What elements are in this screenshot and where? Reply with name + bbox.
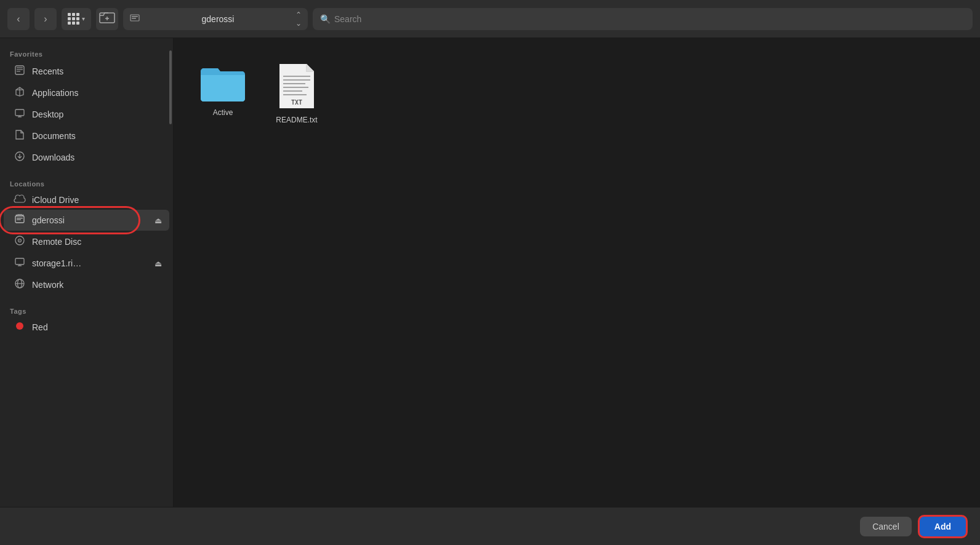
active-folder-label: Active: [213, 108, 233, 117]
svg-point-32: [16, 322, 23, 330]
sidebar-item-icloud[interactable]: iCloud Drive: [4, 191, 169, 209]
svg-rect-5: [132, 18, 136, 19]
forward-button[interactable]: ›: [34, 8, 57, 30]
sidebar-item-documents[interactable]: Documents: [4, 125, 169, 146]
search-icon: 🔍: [320, 14, 331, 24]
applications-label: Applications: [32, 88, 162, 98]
search-bar[interactable]: 🔍: [313, 8, 973, 30]
red-tag-icon: [14, 322, 26, 333]
main-area: Favorites Recents Applications: [0, 38, 980, 507]
cancel-button[interactable]: Cancel: [860, 517, 912, 536]
downloads-icon: [14, 151, 26, 164]
remote-disc-icon: [14, 235, 26, 249]
svg-rect-4: [132, 16, 138, 17]
sidebar: Favorites Recents Applications: [0, 38, 174, 507]
desktop-icon: [14, 108, 26, 121]
location-bar[interactable]: gderossi ⌃⌄: [123, 8, 308, 30]
locations-header: Locations: [0, 175, 173, 190]
folder-svg: [198, 62, 247, 103]
favorites-header: Favorites: [0, 46, 173, 60]
svg-point-25: [19, 240, 20, 241]
sidebar-item-applications[interactable]: Applications: [4, 82, 169, 103]
tags-header: Tags: [0, 303, 173, 317]
sidebar-item-gderossi[interactable]: gderossi ⏏: [4, 210, 169, 231]
remote-disc-label: Remote Disc: [32, 237, 162, 247]
add-button[interactable]: Add: [918, 515, 968, 538]
svg-rect-19: [17, 220, 21, 220]
sidebar-item-storage1[interactable]: storage1.ri… ⏏: [4, 253, 169, 274]
stepper-icon: ⌃⌄: [295, 10, 302, 28]
view-toggle-button[interactable]: ▾: [62, 8, 91, 30]
sidebar-item-downloads[interactable]: Downloads: [4, 147, 169, 168]
icloud-label: iCloud Drive: [32, 195, 162, 205]
icloud-icon: [14, 194, 26, 205]
gderossi-label: gderossi: [32, 215, 148, 225]
bottom-bar: Cancel Add: [0, 507, 980, 545]
storage1-icon: [14, 257, 26, 270]
search-input[interactable]: [334, 14, 965, 24]
recents-icon: [14, 65, 26, 78]
storage1-label: storage1.ri…: [32, 258, 148, 268]
sidebar-item-remote-disc[interactable]: Remote Disc: [4, 231, 169, 252]
network-label: Network: [32, 280, 162, 290]
documents-label: Documents: [32, 131, 162, 141]
desktop-label: Desktop: [32, 109, 162, 119]
file-item-readme[interactable]: TXT README.txt: [266, 57, 327, 129]
toolbar: ‹ › ▾: [0, 0, 980, 38]
svg-rect-12: [15, 109, 24, 116]
back-button[interactable]: ‹: [7, 8, 30, 30]
new-folder-icon: [98, 9, 116, 29]
chevron-down-icon: ▾: [82, 15, 85, 22]
sidebar-item-network[interactable]: Network: [4, 274, 169, 295]
sidebar-scrollbar[interactable]: [169, 38, 172, 507]
back-icon: ‹: [17, 14, 20, 25]
location-icon: [129, 12, 140, 26]
gderossi-icon: [14, 213, 26, 227]
sidebar-item-recents[interactable]: Recents: [4, 61, 169, 82]
applications-icon: [14, 86, 26, 100]
svg-text:TXT: TXT: [291, 99, 302, 106]
txt-svg: TXT: [275, 62, 319, 111]
scrollbar-thumb[interactable]: [169, 50, 172, 124]
eject-storage1-icon[interactable]: ⏏: [155, 259, 162, 268]
sidebar-item-red-tag[interactable]: Red: [4, 318, 169, 336]
recents-label: Recents: [32, 66, 162, 76]
svg-rect-18: [17, 218, 23, 218]
readme-txt-label: README.txt: [276, 116, 317, 124]
grid-icon: [68, 13, 79, 25]
new-folder-button[interactable]: [96, 8, 118, 30]
location-name: gderossi: [145, 14, 291, 24]
documents-icon: [14, 129, 26, 143]
sidebar-item-desktop[interactable]: Desktop: [4, 104, 169, 125]
downloads-label: Downloads: [32, 153, 162, 162]
svg-rect-6: [15, 66, 24, 74]
red-tag-label: Red: [32, 322, 162, 332]
svg-rect-26: [15, 258, 24, 265]
file-item-active[interactable]: Active: [192, 57, 254, 129]
forward-icon: ›: [44, 14, 47, 25]
eject-gderossi-icon[interactable]: ⏏: [155, 216, 162, 225]
file-area: Active TXT README.txt: [174, 38, 980, 507]
network-icon: [14, 278, 26, 292]
